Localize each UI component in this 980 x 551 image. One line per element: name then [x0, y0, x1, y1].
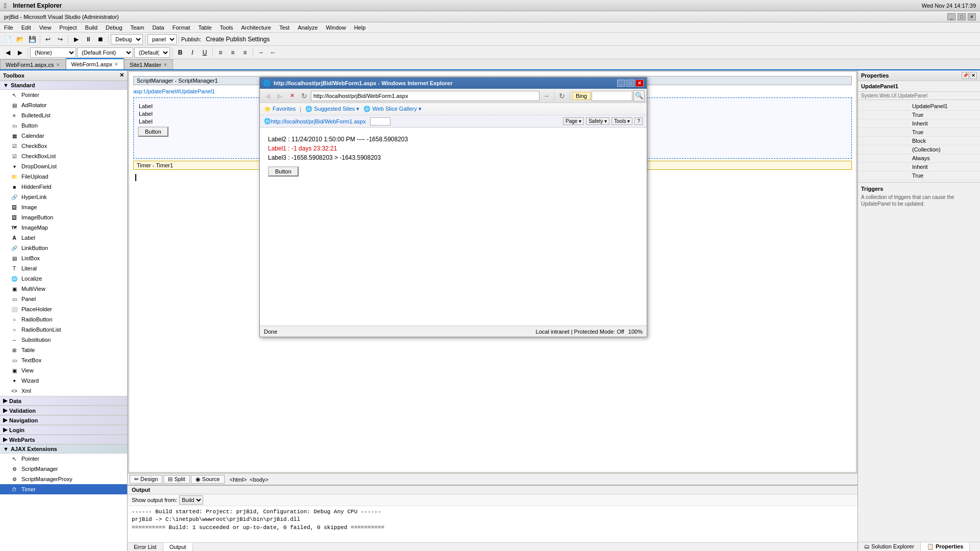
align-right-button[interactable]: ≡ [239, 47, 251, 58]
toolbox-item-timer[interactable]: ⏱ Timer [0, 484, 127, 494]
toolbox-item-literal[interactable]: T Literal [0, 263, 127, 273]
inline-style-dropdown[interactable]: (None) [30, 47, 76, 58]
toolbox-close-icon[interactable]: ✕ [119, 72, 124, 79]
web-slice-gallery-link[interactable]: 🌐 Web Slice Gallery ▾ [363, 106, 421, 112]
toolbox-item-panel[interactable]: ▭ Panel [0, 294, 127, 304]
ie-titlebar-buttons[interactable]: _ □ ✕ [617, 80, 644, 87]
align-center-button[interactable]: ≡ [227, 47, 238, 58]
menu-edit[interactable]: Edit [17, 22, 35, 32]
suggested-sites-link[interactable]: 🌐 Suggested Sites ▾ [305, 106, 359, 112]
ie-back-button[interactable]: ◀ [262, 90, 273, 102]
ie-browser-window[interactable]: 🌐 http://localhost/prjBid/WebForm1.aspx … [259, 77, 647, 337]
menu-format[interactable]: Format [168, 22, 194, 32]
ie-minimize-button[interactable]: _ [617, 80, 625, 87]
ie-close-button[interactable]: ✕ [635, 80, 644, 87]
outdent-button[interactable]: ← [267, 47, 279, 58]
menu-architecture[interactable]: Architecture [237, 22, 275, 32]
toolbox-item-hiddenfield[interactable]: ■ HiddenField [0, 182, 127, 192]
toolbox-item-imagemap[interactable]: 🗺 ImageMap [0, 222, 127, 233]
toolbox-item-pointer-ajax[interactable]: ↖ Pointer [0, 454, 127, 464]
menu-analyze[interactable]: Analyze [293, 22, 322, 32]
tab-webform1-aspx-close[interactable]: ✕ [114, 62, 118, 67]
properties-pin-button[interactable]: 📌 [962, 72, 969, 79]
toolbox-item-image[interactable]: 🖼 Image [0, 202, 127, 212]
toolbox-section-standard[interactable]: ▼ Standard [0, 81, 127, 90]
toolbox-item-xml[interactable]: <> Xml [0, 386, 127, 396]
ie-refresh2-button[interactable]: ↻ [556, 90, 568, 102]
menu-table[interactable]: Table [194, 22, 216, 32]
minimize-button[interactable]: _ [947, 13, 955, 20]
solution-explorer-tab[interactable]: 🗂 Solution Explorer [858, 542, 921, 551]
output-tab[interactable]: Output [163, 543, 193, 551]
toolbox-section-login[interactable]: ▶ Login [0, 425, 127, 435]
ie-maximize-button[interactable]: □ [626, 80, 634, 87]
align-left-button[interactable]: ≡ [215, 47, 226, 58]
open-button[interactable]: 📂 [14, 34, 26, 45]
toolbox-item-bulletedlist[interactable]: ≡ BulletedList [0, 110, 127, 120]
designer-button[interactable]: Button [138, 127, 168, 137]
close-button[interactable]: ✕ [968, 13, 976, 20]
ie-content-input[interactable] [370, 117, 390, 126]
ie-go-button[interactable]: → [541, 90, 552, 102]
toolbox-item-dropdownlist[interactable]: ▾ DropDownList [0, 161, 127, 171]
format-back-button[interactable]: ◀ [2, 47, 13, 58]
menu-build[interactable]: Build [81, 22, 102, 32]
bold-button[interactable]: B [175, 47, 186, 58]
properties-header-buttons[interactable]: 📌 ✕ [962, 72, 977, 79]
pause-button[interactable]: ⏸ [83, 34, 94, 45]
ie-help-button[interactable]: ? [634, 117, 643, 125]
maximize-button[interactable]: □ [958, 13, 966, 20]
toolbox-item-substitution[interactable]: ↔ Substitution [0, 335, 127, 345]
toolbox-item-checkboxlist[interactable]: ☑ CheckBoxList [0, 151, 127, 161]
tab-webform1-aspx[interactable]: WebForm1.aspx ✕ [66, 58, 125, 69]
ie-safety-button[interactable]: Safety ▾ [586, 117, 609, 125]
redo-button[interactable]: ↪ [55, 34, 66, 45]
underline-button[interactable]: U [199, 47, 210, 58]
toolbox-item-multiview[interactable]: ▣ MultiView [0, 284, 127, 294]
toolbox-item-fileupload[interactable]: 📁 FileUpload [0, 171, 127, 182]
toolbox-item-hyperlink[interactable]: 🔗 HyperLink [0, 192, 127, 202]
ie-tools-button[interactable]: Tools ▾ [611, 117, 632, 125]
design-canvas[interactable]: ScriptManager - ScriptManager1 asp:Updat… [129, 71, 856, 472]
panel-dropdown[interactable]: panel [148, 34, 177, 44]
toolbox-item-scriptmanager[interactable]: ⚙ ScriptManager [0, 464, 127, 474]
font-family-dropdown[interactable]: (Default Font) [77, 47, 133, 58]
format-fwd-button[interactable]: ▶ [14, 47, 26, 58]
properties-tab[interactable]: 📋 Properties [921, 542, 970, 551]
menu-file[interactable]: File [0, 22, 17, 32]
split-tab-button[interactable]: ⊟ Split [163, 475, 189, 484]
toolbox-item-radiobuttonlist[interactable]: ○ RadioButtonList [0, 324, 127, 335]
ie-refresh-button[interactable]: ↻ [299, 90, 310, 102]
toolbox-item-textbox[interactable]: ▭ TextBox [0, 355, 127, 365]
build-config-dropdown[interactable]: Debug [111, 34, 143, 44]
vs-titlebar-buttons[interactable]: _ □ ✕ [947, 13, 976, 20]
toolbox-item-button[interactable]: ▭ Button [0, 120, 127, 131]
source-tab-button[interactable]: ◉ Source [191, 475, 225, 484]
toolbox-item-scriptmanagerproxy[interactable]: ⚙ ScriptManagerProxy [0, 474, 127, 484]
toolbox-section-navigation[interactable]: ▶ Navigation [0, 415, 127, 425]
new-file-button[interactable]: 📄 [2, 34, 13, 45]
toolbox-item-localize[interactable]: 🌐 Localize [0, 273, 127, 284]
indent-button[interactable]: → [255, 47, 266, 58]
properties-close-button[interactable]: ✕ [970, 72, 977, 79]
create-publish-settings-button[interactable]: Create Publish Settings [202, 34, 273, 45]
error-list-tab[interactable]: Error List [128, 543, 163, 551]
menu-tools[interactable]: Tools [216, 22, 237, 32]
toolbox-item-linkbutton[interactable]: 🔗 LinkButton [0, 243, 127, 253]
ie-page-button[interactable]: Page ▾ [563, 117, 584, 125]
menu-test[interactable]: Test [275, 22, 293, 32]
italic-button[interactable]: I [187, 47, 198, 58]
menu-project[interactable]: Project [55, 22, 81, 32]
toolbox-section-webparts[interactable]: ▶ WebParts [0, 435, 127, 444]
toolbox-section-ajax[interactable]: ▼ AJAX Extensions [0, 444, 127, 454]
toolbox-item-calendar[interactable]: ▦ Calendar [0, 131, 127, 141]
menu-window[interactable]: Window [322, 22, 350, 32]
menu-data[interactable]: Data [148, 22, 168, 32]
ie-search-input[interactable] [592, 91, 632, 101]
ie-forward-button[interactable]: ▶ [274, 90, 285, 102]
tab-site1-master-close[interactable]: ✕ [163, 62, 167, 67]
ie-address-bar[interactable] [311, 91, 540, 101]
undo-button[interactable]: ↩ [42, 34, 54, 45]
toolbox-item-imagebutton[interactable]: 🖼 ImageButton [0, 212, 127, 222]
toolbox-section-validation[interactable]: ▶ Validation [0, 406, 127, 415]
